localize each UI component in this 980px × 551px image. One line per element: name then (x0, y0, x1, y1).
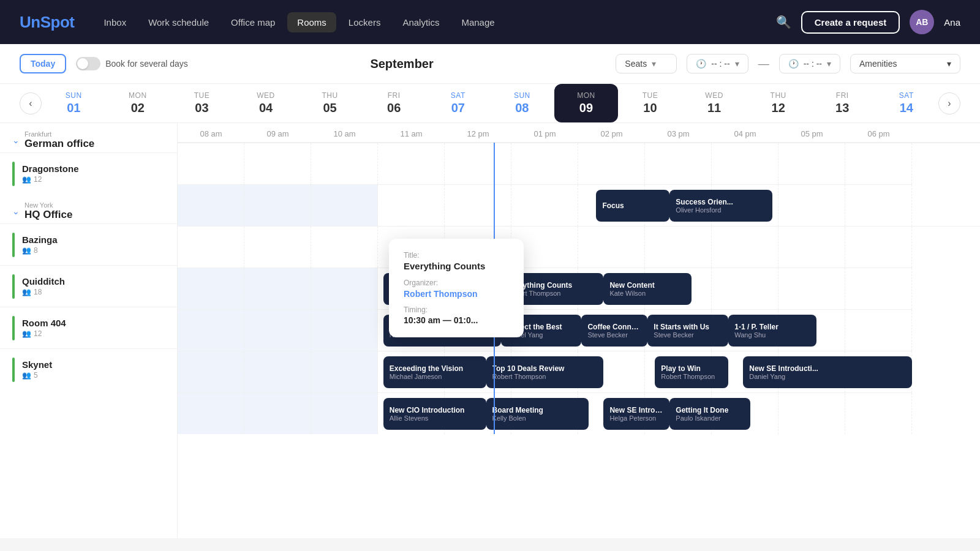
event-organizer: Michael Jameson (390, 373, 480, 380)
tooltip-organizer-label: Organizer: (404, 279, 509, 287)
event-new-se-introducti...[interactable]: New SE Introducti... Daniel Yang (743, 356, 912, 388)
cal-day-12[interactable]: Thu12 (746, 84, 810, 122)
room-name-dragonstone: Dragonstone (22, 163, 79, 174)
cal-day-10[interactable]: Tue10 (618, 84, 682, 122)
nav-analytics[interactable]: Analytics (393, 12, 449, 32)
bg-cell-5 (511, 143, 578, 184)
bg-cell-10 (845, 227, 912, 268)
event-organizer: Paulo Iskander (676, 414, 744, 422)
clock-icon-2: 🕐 (788, 59, 799, 69)
event-success-orien...[interactable]: Success Orien... Oliver Horsford (669, 190, 772, 222)
bg-cell-9 (778, 143, 845, 184)
nav-lockers[interactable]: Lockers (339, 12, 391, 32)
time-start-label: -- : -- (711, 59, 729, 69)
calendar-nav: ‹ Sun01Mon02Tue03Wed04Thu05Fri06Sat07Sun… (0, 84, 980, 123)
cal-day-03[interactable]: Tue03 (170, 84, 234, 122)
logo[interactable]: UnSpot (20, 13, 74, 32)
event-1-1-/-p.-teller[interactable]: 1-1 / P. Teller Wang Shu (728, 315, 816, 347)
nav-office-map[interactable]: Office map (221, 12, 285, 32)
create-request-button[interactable]: Create a request (801, 11, 900, 34)
event-getting-it-done[interactable]: Getting It Done Paulo Iskander (669, 398, 750, 430)
cal-day-02[interactable]: Mon02 (106, 84, 170, 122)
bg-cell-4 (445, 185, 511, 226)
room-info-bazinga: Bazinga 👥 8 (22, 234, 58, 255)
cal-day-13[interactable]: Fri13 (810, 84, 875, 122)
bg-cell-0 (178, 227, 244, 268)
event-organizer: Robert Thompson (492, 373, 598, 380)
cal-day-09[interactable]: Mon09 (554, 84, 619, 122)
location-header-frankfurt: ⌄ Frankfurt German office (0, 123, 177, 152)
bg-cell-8 (712, 227, 778, 268)
event-title: Focus (602, 201, 663, 210)
search-icon[interactable]: 🔍 (776, 15, 791, 29)
time-end-filter[interactable]: 🕐 -- : -- ▾ (779, 54, 840, 73)
event-new-se-introd...[interactable]: New SE Introd... Helga Peterson (603, 398, 669, 430)
grid-body: Focus Success Orien... Oliver Horsford N… (178, 143, 980, 434)
cal-day-05[interactable]: Thu05 (298, 84, 362, 122)
bg-cell-10 (845, 268, 912, 309)
cal-day-01[interactable]: Sun01 (42, 84, 106, 122)
cal-day-11[interactable]: Wed11 (682, 84, 747, 122)
grid-location-row-frankfurt (178, 143, 980, 184)
clock-icon: 🕐 (696, 59, 706, 69)
amenities-chevron-icon: ▾ (947, 59, 951, 69)
bg-cell-2 (311, 351, 378, 392)
tooltip-organizer-link[interactable]: Robert Thompson (404, 289, 478, 299)
cal-day-07[interactable]: Sat07 (426, 84, 490, 122)
capacity-icon-skynet: 👥 (22, 371, 31, 380)
event-new-content[interactable]: New Content Kate Wilson (603, 273, 692, 305)
location-toggle-newyork[interactable]: ⌄ (12, 206, 20, 216)
event-title: Exceeding the Vision (390, 364, 480, 373)
bg-cell-6 (578, 143, 645, 184)
tooltip-timing-value: 10:30 am — 01:0... (404, 315, 509, 325)
location-toggle-frankfurt[interactable]: ⌄ (12, 135, 20, 145)
nav-manage[interactable]: Manage (451, 12, 504, 32)
capacity-icon-room404: 👥 (22, 329, 31, 338)
room-capacity-room404: 👥 12 (22, 329, 66, 338)
amenities-filter[interactable]: Amenities ▾ (850, 54, 960, 73)
location-main-newyork: HQ Office (24, 209, 72, 221)
time-start-filter[interactable]: 🕐 -- : -- ▾ (687, 54, 748, 73)
bg-cell-2 (311, 227, 378, 268)
event-new-cio-introduction[interactable]: New CIO Introduction Allie Stevens (383, 398, 486, 430)
time-label-10-am: 10 am (311, 129, 378, 138)
time-label-06-pm: 06 pm (845, 129, 912, 138)
time-end-chevron-icon: ▾ (827, 59, 831, 69)
logo-un: Un (20, 13, 40, 31)
event-focus[interactable]: Focus (596, 190, 669, 222)
bg-cell-1 (244, 185, 311, 226)
event-exceeding-the-vision[interactable]: Exceeding the Vision Michael Jameson (383, 356, 486, 388)
seats-filter[interactable]: Seats ▾ (616, 54, 677, 73)
nav-rooms[interactable]: Rooms (287, 12, 336, 32)
bg-cell-0 (178, 268, 244, 309)
room-capacity-bazinga: 👥 8 (22, 246, 58, 255)
event-play-to-win[interactable]: Play to Win Robert Thompson (655, 356, 728, 388)
bg-cell-3 (378, 143, 445, 184)
cal-day-14[interactable]: Sat14 (875, 84, 938, 122)
bg-cell-1 (244, 393, 311, 434)
nav-inbox[interactable]: Inbox (94, 12, 136, 32)
bg-cell-2 (311, 268, 378, 309)
event-board-meeting[interactable]: Board Meeting Kelly Bolen (486, 398, 589, 430)
room-info-quidditch: Quidditch 👥 18 (22, 276, 65, 296)
cal-day-06[interactable]: Fri06 (362, 84, 426, 122)
event-top-10-deals-review[interactable]: Top 10 Deals Review Robert Thompson (486, 356, 604, 388)
nav-work-schedule[interactable]: Work schedule (138, 12, 219, 32)
next-week-button[interactable]: › (938, 92, 960, 114)
room-row-bazinga: Bazinga 👥 8 (0, 223, 177, 265)
time-start-chevron-icon: ▾ (735, 59, 739, 69)
cal-day-04[interactable]: Wed04 (234, 84, 298, 122)
bg-cell-0 (178, 185, 244, 226)
event-it-starts-with-us[interactable]: It Starts with Us Steve Becker (647, 315, 728, 347)
rooms-sidebar: ⌄ Frankfurt German office Dragonstone 👥 … (0, 123, 178, 538)
prev-week-button[interactable]: ‹ (20, 92, 42, 114)
cal-day-08[interactable]: Sun08 (490, 84, 554, 122)
time-header: 08 am09 am10 am11 am12 pm01 pm02 pm03 pm… (178, 123, 980, 143)
calendar-days: Sun01Mon02Tue03Wed04Thu05Fri06Sat07Sun08… (42, 84, 938, 122)
time-range-dash: — (758, 58, 769, 70)
event-coffee-conne...[interactable]: Coffee Conne... Steve Becker (581, 315, 647, 347)
book-several-days-toggle[interactable] (76, 57, 100, 70)
bg-cell-10 (845, 185, 912, 226)
today-button[interactable]: Today (20, 54, 66, 73)
event-title: Play to Win (661, 364, 722, 373)
